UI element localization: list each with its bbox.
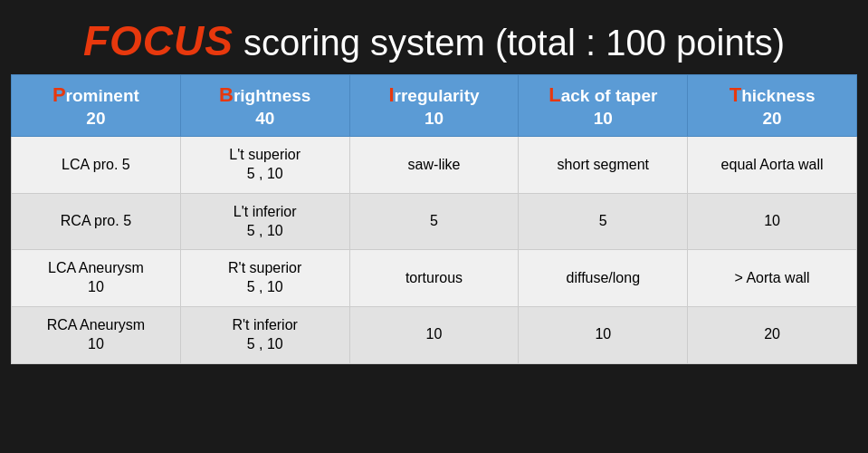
cell-r3-c3: 10 bbox=[519, 307, 688, 364]
cell-r3-c2: 10 bbox=[349, 307, 519, 364]
cell-r2-c1: R't superior5 , 10 bbox=[180, 250, 349, 307]
col-letter-p: P bbox=[52, 83, 66, 106]
cell-r1-c4: 10 bbox=[688, 193, 857, 250]
col-header-irregularity: Irregularity 10 bbox=[349, 75, 519, 137]
table-row: RCA Aneurysm10R't inferior5 , 10101020 bbox=[12, 307, 857, 364]
cell-r3-c1: R't inferior5 , 10 bbox=[180, 307, 349, 364]
table-row: LCA pro. 5L't superior5 , 10saw-likeshor… bbox=[12, 137, 857, 194]
table-row: LCA Aneurysm10R't superior5 , 10torturou… bbox=[12, 250, 857, 307]
cell-r0-c0: LCA pro. 5 bbox=[12, 137, 181, 194]
col-points-t: 20 bbox=[763, 109, 782, 128]
col-header-lack-of-taper: Lack of taper 10 bbox=[519, 75, 688, 137]
table-row: RCA pro. 5L't inferior5 , 105510 bbox=[12, 193, 857, 250]
cell-r1-c2: 5 bbox=[349, 193, 519, 250]
col-rest-l: ack of taper bbox=[561, 86, 658, 105]
cell-r3-c4: 20 bbox=[688, 307, 857, 364]
cell-r0-c4: equal Aorta wall bbox=[688, 137, 857, 194]
col-points-b: 40 bbox=[255, 109, 274, 128]
title-focus: FOCUS bbox=[83, 17, 234, 64]
cell-r0-c2: saw-like bbox=[349, 137, 519, 194]
col-rest-p: rominent bbox=[66, 86, 139, 105]
col-rest-i: rregularity bbox=[395, 86, 480, 105]
col-rest-t: hickness bbox=[741, 86, 815, 105]
cell-r2-c4: > Aorta wall bbox=[688, 250, 857, 307]
cell-r2-c0: LCA Aneurysm10 bbox=[12, 250, 181, 307]
cell-r1-c1: L't inferior5 , 10 bbox=[180, 193, 349, 250]
title-row: FOCUS scoring system (total : 100 points… bbox=[11, 9, 857, 74]
cell-r2-c2: torturous bbox=[349, 250, 519, 307]
col-letter-b: B bbox=[219, 83, 234, 106]
header-row: Prominent 20 Brightness 40 Irregularity … bbox=[12, 75, 857, 137]
col-header-prominent: Prominent 20 bbox=[12, 75, 181, 137]
scoring-table: Prominent 20 Brightness 40 Irregularity … bbox=[11, 74, 857, 364]
cell-r0-c3: short segment bbox=[519, 137, 688, 194]
col-header-brightness: Brightness 40 bbox=[180, 75, 349, 137]
cell-r2-c3: diffuse/long bbox=[519, 250, 688, 307]
col-points-l: 10 bbox=[594, 109, 613, 128]
cell-r0-c1: L't superior5 , 10 bbox=[180, 137, 349, 194]
table-body: LCA pro. 5L't superior5 , 10saw-likeshor… bbox=[12, 137, 857, 363]
title-rest: scoring system (total : 100 points) bbox=[234, 23, 785, 63]
cell-r1-c0: RCA pro. 5 bbox=[12, 193, 181, 250]
cell-r3-c0: RCA Aneurysm10 bbox=[12, 307, 181, 364]
col-header-thickness: Thickness 20 bbox=[688, 75, 857, 137]
cell-r1-c3: 5 bbox=[519, 193, 688, 250]
col-points-i: 10 bbox=[424, 109, 444, 128]
col-letter-l: L bbox=[548, 83, 560, 106]
col-rest-b: rightness bbox=[234, 86, 311, 105]
col-letter-t: T bbox=[730, 83, 741, 106]
col-points-p: 20 bbox=[86, 109, 105, 128]
main-container: FOCUS scoring system (total : 100 points… bbox=[0, 0, 868, 453]
